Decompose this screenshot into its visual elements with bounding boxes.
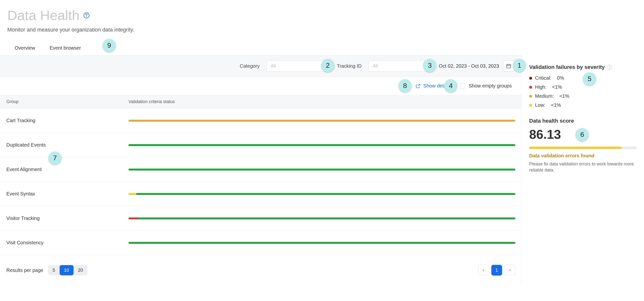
severity-dot [529, 86, 532, 89]
severity-heading: Validation failures by severity [529, 64, 605, 70]
severity-label: High: [535, 84, 546, 90]
chevron-right-icon [508, 268, 512, 272]
table-row[interactable]: Cart Tracking [0, 108, 522, 133]
row-name: Visitor Tracking [6, 216, 128, 221]
category-label: Category [240, 63, 260, 69]
callout-bubble-9: 9 [102, 39, 116, 52]
status-segment [128, 144, 515, 146]
table-row[interactable]: Visitor Tracking [0, 206, 522, 231]
table-row[interactable]: Duplicated Events [0, 133, 522, 157]
severity-item: Low: <1% [529, 102, 637, 108]
row-name: Visit Consistency [6, 240, 128, 246]
date-range-text: Oct 02, 2023 - Oct 03, 2023 [439, 63, 499, 69]
rpp-option-20[interactable]: 20 [74, 265, 88, 275]
table-row[interactable]: Event Alignment [0, 157, 522, 182]
table-row[interactable]: Event Syntax [0, 182, 522, 206]
severity-dot [529, 95, 532, 98]
severity-label: Critical: [535, 75, 552, 81]
status-segment [138, 218, 515, 220]
svg-rect-0 [507, 64, 511, 68]
pager-next-button[interactable] [504, 265, 515, 276]
callout-bubble-8: 8 [398, 79, 412, 92]
callout-bubble-1: 1 [513, 59, 526, 72]
callout-bubble-2: 2 [321, 59, 334, 72]
status-bar [128, 144, 515, 146]
column-header-status: Validation criteria status [128, 99, 515, 104]
severity-label: Medium: [535, 93, 554, 99]
category-input[interactable] [266, 60, 330, 72]
callout-bubble-6: 6 [576, 128, 589, 141]
status-segment [128, 218, 138, 220]
page-subtitle: Monitor and measure your organization da… [7, 27, 637, 33]
severity-label: Low: [535, 102, 545, 108]
show-empty-groups-label: Show empty groups [468, 83, 512, 89]
score-bar [529, 146, 637, 149]
pager-page-1[interactable]: 1 [491, 265, 502, 276]
status-segment [136, 193, 515, 195]
rpp-option-5[interactable]: 5 [48, 265, 60, 275]
severity-item: Medium: <1% [529, 93, 637, 99]
column-header-group: Group [6, 99, 128, 104]
severity-item: High: <1% [529, 84, 637, 90]
external-link-icon [416, 84, 420, 88]
severity-value: <1% [557, 93, 570, 99]
row-name: Event Alignment [6, 166, 128, 172]
severity-value: <1% [550, 84, 562, 90]
help-icon[interactable]: ? [84, 12, 90, 18]
row-name: Event Syntax [6, 191, 128, 197]
tab-event-browser[interactable]: Event browser [50, 45, 81, 51]
rpp-label: Results per page [6, 268, 43, 273]
calendar-icon [506, 63, 511, 69]
show-empty-groups-checkbox[interactable]: Show empty groups [460, 83, 512, 89]
tracking-id-label: Tracking ID [337, 63, 362, 69]
chevron-left-icon [482, 268, 486, 272]
table-row[interactable]: Visit Consistency [0, 231, 522, 255]
callout-bubble-3: 3 [423, 59, 436, 72]
row-name: Duplicated Events [6, 142, 128, 148]
status-bar [128, 120, 515, 122]
callout-bubble-7: 7 [48, 152, 62, 165]
severity-dot [529, 104, 532, 107]
severity-dot [529, 77, 532, 80]
table-body: Cart TrackingDuplicated EventsEvent Alig… [0, 108, 522, 255]
pager-prev-button[interactable] [478, 265, 489, 276]
callout-bubble-4: 4 [444, 79, 457, 92]
rpp-option-10[interactable]: 10 [60, 265, 74, 275]
callout-bubble-5: 5 [583, 72, 596, 86]
rpp-group: 51020 [48, 265, 88, 275]
status-bar [128, 218, 515, 220]
score-bar-fill [529, 146, 622, 149]
severity-value: 0% [554, 75, 564, 81]
status-segment [128, 120, 515, 122]
tracking-id-input[interactable] [368, 60, 432, 72]
status-bar [128, 193, 515, 195]
page-title: Data Health [7, 7, 80, 23]
status-segment [128, 168, 515, 170]
score-msg-body: Please fix data validation errors to wor… [529, 161, 637, 173]
info-icon[interactable]: i [607, 65, 612, 70]
score-msg-title: Data validation errors found [529, 153, 637, 158]
score-heading: Data health score [529, 118, 637, 124]
checkbox-box [460, 83, 465, 89]
status-segment [128, 242, 515, 244]
status-bar [128, 242, 515, 244]
status-segment [128, 193, 136, 195]
row-name: Cart Tracking [6, 118, 128, 124]
status-bar [128, 168, 515, 170]
tab-overview[interactable]: Overview [15, 45, 35, 51]
severity-value: <1% [548, 102, 561, 108]
